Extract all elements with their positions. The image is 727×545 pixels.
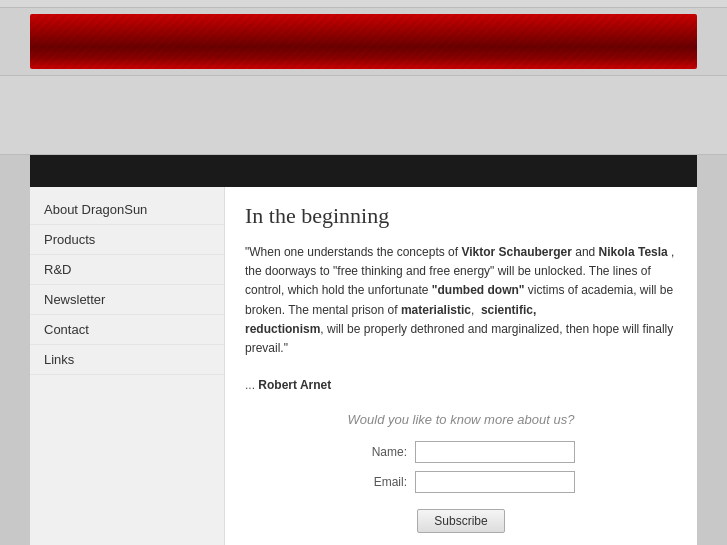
email-input[interactable] [415, 471, 575, 493]
scientific-word: scientific, [481, 303, 536, 317]
subscribe-button[interactable]: Subscribe [417, 509, 504, 533]
sidebar-item-links[interactable]: Links [30, 345, 224, 375]
name-input[interactable] [415, 441, 575, 463]
author-line: ... Robert Arnet [245, 378, 677, 392]
materialistic-word: materialistic [401, 303, 471, 317]
sub-header [0, 75, 727, 155]
email-row: Email: [245, 471, 677, 493]
header-area [0, 8, 727, 75]
page-wrapper: About DragonSun Products R&D Newsletter … [0, 0, 727, 545]
content-quote: "When one understands the concepts of Vi… [245, 243, 677, 358]
sidebar-item-newsletter[interactable]: Newsletter [30, 285, 224, 315]
sidebar-item-products[interactable]: Products [30, 225, 224, 255]
nikola-name: Nikola Tesla [599, 245, 668, 259]
name-label: Name: [347, 445, 407, 459]
page-title: In the beginning [245, 203, 677, 229]
dumbed-down: "dumbed down" [432, 283, 525, 297]
sidebar-item-contact[interactable]: Contact [30, 315, 224, 345]
reductionism-word: reductionism [245, 322, 320, 336]
content-area: In the beginning "When one understands t… [225, 187, 697, 545]
viktor-name: Viktor Schauberger [461, 245, 571, 259]
sidebar: About DragonSun Products R&D Newsletter … [30, 187, 225, 545]
nav-bar [30, 155, 697, 187]
header-banner [30, 14, 697, 69]
newsletter-title: Would you like to know more about us? [245, 412, 677, 427]
email-label: Email: [347, 475, 407, 489]
sidebar-item-rnd[interactable]: R&D [30, 255, 224, 285]
main-layout: About DragonSun Products R&D Newsletter … [30, 187, 697, 545]
newsletter-section: Would you like to know more about us? Na… [245, 412, 677, 533]
name-row: Name: [245, 441, 677, 463]
author-name: Robert Arnet [255, 378, 331, 392]
top-bar [0, 0, 727, 8]
subscribe-row: Subscribe [245, 501, 677, 533]
sidebar-item-about[interactable]: About DragonSun [30, 195, 224, 225]
